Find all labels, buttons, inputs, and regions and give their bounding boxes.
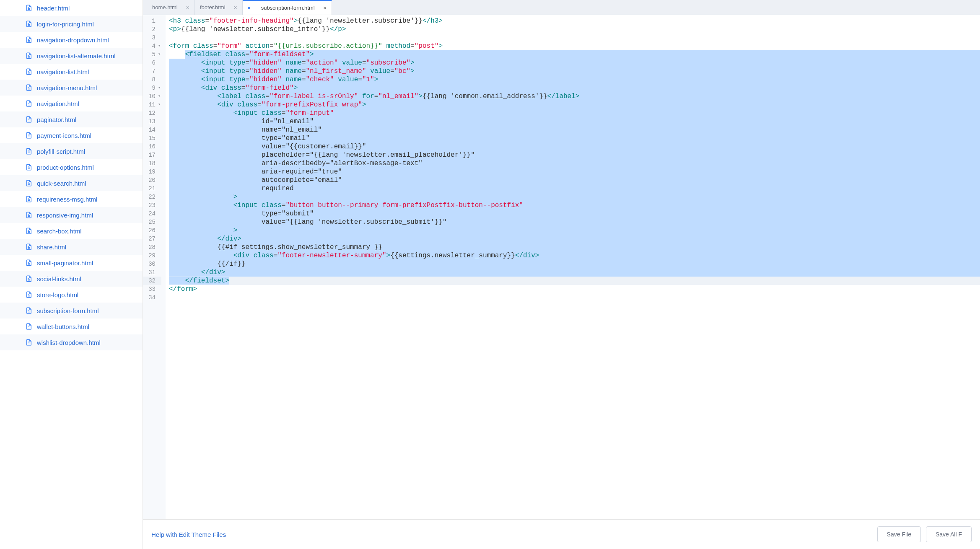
- file-icon: [25, 163, 33, 171]
- file-name-label: small-paginator.html: [37, 259, 93, 267]
- file-icon: [25, 339, 33, 346]
- file-item[interactable]: social-links.html: [0, 271, 143, 287]
- file-name-label: social-links.html: [37, 275, 81, 282]
- file-item[interactable]: wishlist-dropdown.html: [0, 334, 143, 350]
- file-item[interactable]: product-options.html: [0, 159, 143, 175]
- file-icon: [25, 307, 33, 314]
- file-icon: [25, 179, 33, 187]
- file-name-label: share.html: [37, 243, 66, 251]
- file-item[interactable]: quick-search.html: [0, 175, 143, 191]
- file-icon: [25, 275, 33, 282]
- file-name-label: wishlist-dropdown.html: [37, 339, 101, 346]
- file-name-label: search-box.html: [37, 228, 82, 235]
- editor-tab[interactable]: home.html×: [147, 0, 195, 15]
- file-icon: [25, 148, 33, 155]
- file-name-label: product-options.html: [37, 164, 94, 171]
- file-name-label: responsive-img.html: [37, 212, 93, 219]
- file-item[interactable]: subscription-form.html: [0, 303, 143, 319]
- editor-footer: Help with Edit Theme Files Save File Sav…: [143, 519, 980, 549]
- tab-label: home.html: [152, 4, 178, 10]
- file-item[interactable]: navigation-menu.html: [0, 80, 143, 96]
- file-name-label: wallet-buttons.html: [37, 323, 89, 330]
- file-name-label: navigation-menu.html: [37, 84, 97, 91]
- file-item[interactable]: paginator.html: [0, 111, 143, 127]
- file-item[interactable]: header.html: [0, 0, 143, 16]
- file-item[interactable]: login-for-pricing.html: [0, 16, 143, 32]
- save-file-button[interactable]: Save File: [877, 526, 921, 542]
- editor-tab[interactable]: subscription-form.html×: [243, 0, 332, 15]
- file-name-label: navigation-dropdown.html: [37, 36, 109, 44]
- editor-main: home.html×footer.html×subscription-form.…: [143, 0, 980, 549]
- file-icon: [25, 227, 33, 235]
- file-name-label: quick-search.html: [37, 180, 86, 187]
- file-item[interactable]: navigation-list-alternate.html: [0, 48, 143, 64]
- help-link[interactable]: Help with Edit Theme Files: [151, 531, 226, 538]
- file-name-label: login-for-pricing.html: [37, 21, 94, 28]
- file-item[interactable]: polyfill-script.html: [0, 143, 143, 159]
- code-editor[interactable]: 1234▾5▾6789▾10▾11▾1213141516171819202122…: [143, 15, 980, 519]
- file-icon: [25, 243, 33, 251]
- file-item[interactable]: navigation-list.html: [0, 64, 143, 80]
- file-icon: [25, 291, 33, 298]
- close-icon[interactable]: ×: [234, 4, 237, 11]
- save-all-button[interactable]: Save All F: [926, 526, 972, 542]
- file-item[interactable]: responsive-img.html: [0, 207, 143, 223]
- file-name-label: payment-icons.html: [37, 132, 91, 139]
- file-icon: [25, 36, 33, 44]
- file-icon: [25, 132, 33, 139]
- file-icon: [25, 4, 33, 12]
- file-name-label: subscription-form.html: [37, 307, 99, 314]
- file-item[interactable]: requireness-msg.html: [0, 191, 143, 207]
- close-icon[interactable]: ×: [186, 4, 189, 11]
- file-name-label: requireness-msg.html: [37, 196, 97, 203]
- file-item[interactable]: search-box.html: [0, 223, 143, 239]
- tab-bar: home.html×footer.html×subscription-form.…: [143, 0, 980, 15]
- code-content[interactable]: <h3 class="footer-info-heading">{{lang '…: [166, 15, 980, 519]
- file-icon: [25, 323, 33, 330]
- file-item[interactable]: navigation.html: [0, 96, 143, 111]
- file-icon: [25, 211, 33, 219]
- file-name-label: paginator.html: [37, 116, 76, 123]
- file-item[interactable]: wallet-buttons.html: [0, 319, 143, 334]
- file-item[interactable]: store-logo.html: [0, 287, 143, 303]
- file-name-label: store-logo.html: [37, 291, 78, 298]
- file-name-label: navigation-list-alternate.html: [37, 52, 116, 60]
- file-name-label: polyfill-script.html: [37, 148, 85, 155]
- file-item[interactable]: small-paginator.html: [0, 255, 143, 271]
- file-name-label: navigation.html: [37, 100, 79, 107]
- file-item[interactable]: share.html: [0, 239, 143, 255]
- file-icon: [25, 259, 33, 267]
- file-icon: [25, 116, 33, 123]
- file-item[interactable]: navigation-dropdown.html: [0, 32, 143, 48]
- file-item[interactable]: payment-icons.html: [0, 127, 143, 143]
- line-number-gutter: 1234▾5▾6789▾10▾11▾1213141516171819202122…: [143, 15, 166, 519]
- file-icon: [25, 100, 33, 107]
- file-icon: [25, 195, 33, 203]
- file-name-label: navigation-list.html: [37, 68, 89, 75]
- tab-label: subscription-form.html: [261, 5, 315, 11]
- file-name-label: header.html: [37, 5, 70, 12]
- file-icon: [25, 84, 33, 91]
- close-icon[interactable]: ×: [323, 5, 327, 11]
- file-icon: [25, 20, 33, 28]
- tab-label: footer.html: [200, 4, 226, 10]
- active-tab-indicator: [248, 7, 250, 9]
- file-icon: [25, 68, 33, 75]
- file-icon: [25, 52, 33, 60]
- editor-tab[interactable]: footer.html×: [195, 0, 243, 15]
- file-tree-sidebar: header.htmllogin-for-pricing.htmlnavigat…: [0, 0, 143, 549]
